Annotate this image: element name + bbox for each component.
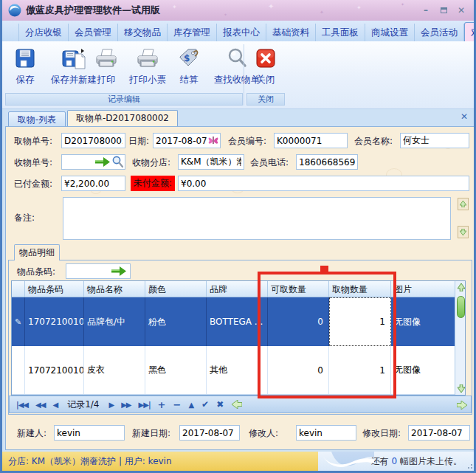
tab-close-icon[interactable]: ✕ — [461, 111, 468, 122]
cell-image[interactable]: 无图像 — [391, 297, 455, 346]
settle-label: 结算 — [172, 74, 206, 86]
phone-label: 会员电话: — [250, 155, 289, 170]
unpaid-field[interactable] — [178, 176, 469, 191]
created-by-field[interactable] — [54, 425, 125, 441]
branch-field[interactable] — [178, 154, 244, 170]
cell-barcode[interactable]: 17072100103 — [25, 297, 84, 346]
print-button[interactable]: 打印 — [89, 44, 123, 86]
nav-first-button[interactable]: |◀◀ — [13, 401, 32, 409]
remark-scroll-up[interactable] — [458, 198, 469, 210]
col-pickup-qty[interactable]: 取物数量 — [329, 281, 391, 297]
barcode-go-arrow-icon[interactable] — [111, 266, 126, 276]
print-label: 打印 — [89, 74, 123, 86]
cell-pickup-qty-editing[interactable]: 1 — [329, 297, 391, 346]
nav-edit-button[interactable]: ▲ — [184, 401, 198, 409]
unpaid-label: 未付金额: — [131, 176, 175, 191]
menu-item-branch-cashier[interactable]: 分店收银 — [18, 24, 69, 41]
hscroll-right-arrow-icon[interactable] — [457, 401, 467, 410]
save-button[interactable]: 保存 — [8, 44, 42, 86]
nav-next-page-button[interactable]: ▶▶ — [117, 401, 134, 409]
nav-delete-button[interactable]: − — [170, 399, 185, 410]
menu-item-tools[interactable]: 工具面板 — [316, 24, 365, 41]
modified-date-field[interactable] — [408, 425, 470, 441]
cell-color[interactable]: 黑色 — [145, 346, 207, 394]
cell-available-qty[interactable]: 0 — [268, 297, 329, 346]
print-receipt-button[interactable]: 打印小票 — [125, 44, 170, 86]
col-available-qty[interactable]: 可取数量 — [268, 281, 329, 297]
cell-barcode[interactable]: 17072100104 — [25, 346, 84, 394]
cell-name[interactable]: 品牌包/中 — [84, 297, 145, 346]
created-date-field[interactable] — [179, 425, 240, 441]
table-row-selected[interactable]: ✎ 17072100103 品牌包/中 粉色 BOTTEGA ... 0 1 无… — [12, 297, 455, 346]
go-arrow-icon[interactable] — [95, 157, 110, 167]
cell-name[interactable]: 皮衣 — [84, 346, 145, 394]
resize-grip[interactable] — [466, 462, 472, 469]
close-form-button[interactable]: 关闭 — [249, 44, 283, 86]
tab-pickup-order[interactable]: 取物单-D2017080002 — [67, 110, 178, 127]
scroll-down-arrow-icon[interactable] — [458, 384, 465, 393]
ribbon-toolbar: 保存 保存并新建 打印 — [2, 41, 474, 109]
nav-prev-page-button[interactable]: ◀◀ — [32, 401, 49, 409]
close-button[interactable]: ✕ — [455, 4, 468, 16]
cell-brand[interactable]: 其他 — [207, 346, 268, 394]
upload-text-suffix: 幅图片未上传。 — [397, 456, 462, 466]
menu-item-base-data[interactable]: 基础资料 — [266, 24, 316, 41]
nav-post-button[interactable]: ✔ — [198, 399, 213, 410]
modified-by-field[interactable] — [296, 425, 356, 441]
member-name-field[interactable] — [400, 133, 469, 148]
nav-insert-button[interactable]: + — [154, 399, 170, 410]
maximize-icon — [441, 7, 447, 13]
nav-next-button[interactable]: ▶ — [105, 401, 117, 409]
butterfly-dropdown-icon[interactable] — [207, 135, 219, 145]
group-caption-close: 关闭 — [246, 93, 285, 106]
hscroll-left-arrow-icon[interactable] — [232, 400, 242, 409]
table-row[interactable]: 17072100104 皮衣 黑色 其他 0 1 无图像 — [12, 346, 455, 395]
star-decoration: ✦ — [320, 10, 324, 15]
member-no-field[interactable] — [274, 133, 348, 148]
nav-cancel-button[interactable]: ✖ — [213, 399, 227, 410]
nav-prev-button[interactable]: ◀ — [49, 401, 61, 409]
cell-pickup-qty[interactable]: 1 — [329, 346, 391, 394]
cell-brand[interactable]: BOTTEGA ... — [207, 297, 268, 346]
cell-available-qty[interactable]: 0 — [268, 346, 329, 394]
remark-scroll-down[interactable] — [458, 226, 469, 238]
cell-image[interactable]: 无图像 — [391, 346, 455, 394]
nav-last-button[interactable]: ▶▶| — [135, 401, 154, 409]
settle-button[interactable]: $ 结算 — [172, 44, 206, 86]
branch-label: 收物分店: — [132, 155, 170, 170]
remark-field[interactable] — [63, 197, 451, 240]
menu-item-inventory[interactable]: 库存管理 — [168, 24, 217, 41]
receive-no-label: 收物单号: — [14, 155, 52, 170]
member-no-label: 会员编号: — [228, 134, 266, 149]
col-image[interactable]: 图片 — [391, 281, 455, 297]
status-upload-info: 还有 0 幅图片未上传。 — [318, 452, 474, 471]
phone-field[interactable] — [296, 154, 358, 170]
scrollbar-thumb[interactable] — [457, 296, 465, 318]
paid-field[interactable] — [61, 176, 125, 191]
paid-label: 已付金额: — [14, 176, 52, 192]
col-color[interactable]: 颜色 — [145, 281, 207, 297]
menu-item-transfer-items[interactable]: 移交物品 — [118, 24, 168, 41]
star-decoration: ✦ — [224, 12, 227, 17]
tab-pickup-list[interactable]: 取物-列表 — [8, 111, 66, 127]
col-name[interactable]: 物品名称 — [84, 281, 145, 297]
printer-icon — [94, 47, 118, 69]
pickup-no-field[interactable] — [61, 133, 125, 148]
table-vertical-scrollbar[interactable] — [455, 281, 465, 395]
col-barcode[interactable]: 物品条码 — [25, 281, 84, 297]
minimize-button[interactable]: – — [419, 4, 432, 16]
cell-color[interactable]: 粉色 — [145, 297, 207, 346]
modified-date-label: 修改日期: — [362, 426, 401, 441]
menu-item-object-mgmt[interactable]: 对象管理 — [464, 22, 476, 41]
lookup-search-icon[interactable] — [112, 156, 123, 168]
menu-item-member-mgmt[interactable]: 会员管理 — [69, 24, 118, 41]
maximize-button[interactable] — [437, 4, 450, 16]
menu-item-reports[interactable]: 报表中心 — [217, 24, 266, 41]
close-form-label: 关闭 — [249, 74, 283, 86]
tab-item-detail[interactable]: 物品明细 — [14, 244, 60, 260]
menu-item-mall-settings[interactable]: 商城设置 — [365, 24, 415, 41]
menu-item-member-activity[interactable]: 会员活动 — [415, 24, 464, 41]
row-indicator — [12, 346, 25, 394]
col-brand[interactable]: 品牌 — [207, 281, 268, 297]
scroll-up-arrow-icon[interactable] — [458, 283, 465, 291]
